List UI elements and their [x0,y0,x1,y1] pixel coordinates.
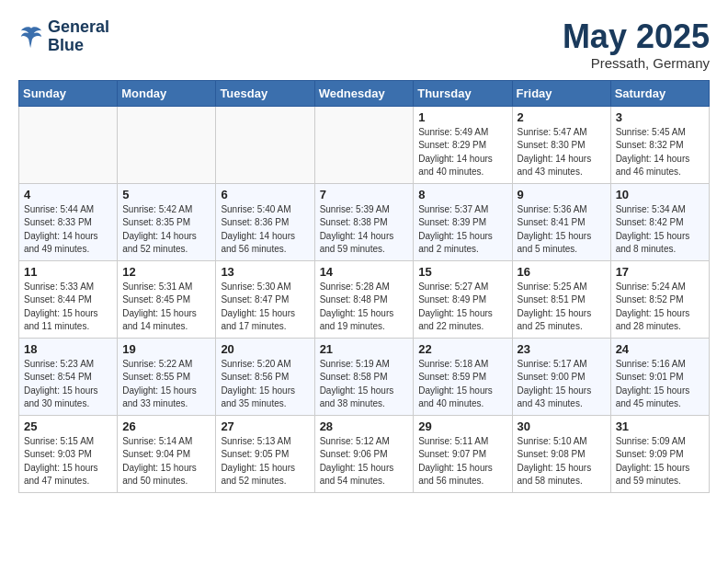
calendar-cell: 22Sunrise: 5:18 AM Sunset: 8:59 PM Dayli… [414,338,512,415]
calendar-cell: 31Sunrise: 5:09 AM Sunset: 9:09 PM Dayli… [610,415,709,492]
day-number: 31 [616,419,704,433]
day-number: 19 [122,342,210,356]
day-info: Sunrise: 5:28 AM Sunset: 8:48 PM Dayligh… [320,281,409,334]
day-info: Sunrise: 5:19 AM Sunset: 8:58 PM Dayligh… [320,358,409,411]
calendar-cell: 3Sunrise: 5:45 AM Sunset: 8:32 PM Daylig… [610,106,709,183]
day-number: 25 [24,419,112,433]
day-info: Sunrise: 5:18 AM Sunset: 8:59 PM Dayligh… [418,358,506,411]
weekday-header-monday: Monday [118,80,216,106]
calendar-cell: 8Sunrise: 5:37 AM Sunset: 8:39 PM Daylig… [414,183,512,260]
day-info: Sunrise: 5:22 AM Sunset: 8:55 PM Dayligh… [122,358,210,411]
day-info: Sunrise: 5:16 AM Sunset: 9:01 PM Dayligh… [616,358,704,411]
day-info: Sunrise: 5:11 AM Sunset: 9:07 PM Dayligh… [418,435,506,488]
day-number: 6 [221,188,309,201]
day-info: Sunrise: 5:25 AM Sunset: 8:51 PM Dayligh… [518,281,606,334]
calendar-cell: 23Sunrise: 5:17 AM Sunset: 9:00 PM Dayli… [512,338,610,415]
calendar-cell [314,106,414,183]
day-number: 21 [320,342,409,356]
day-number: 7 [320,188,409,201]
day-number: 28 [320,419,409,433]
day-info: Sunrise: 5:14 AM Sunset: 9:04 PM Dayligh… [122,435,210,488]
calendar-cell: 13Sunrise: 5:30 AM Sunset: 8:47 PM Dayli… [216,260,314,338]
day-number: 5 [122,188,210,201]
calendar-cell: 15Sunrise: 5:27 AM Sunset: 8:49 PM Dayli… [414,260,512,338]
calendar-week-row: 4Sunrise: 5:44 AM Sunset: 8:33 PM Daylig… [19,183,710,260]
month-title: May 2025 [563,18,710,55]
calendar-cell: 5Sunrise: 5:42 AM Sunset: 8:35 PM Daylig… [118,183,216,260]
day-info: Sunrise: 5:39 AM Sunset: 8:38 PM Dayligh… [320,203,409,257]
day-number: 1 [418,110,506,124]
calendar-cell: 20Sunrise: 5:20 AM Sunset: 8:56 PM Dayli… [216,338,314,415]
day-info: Sunrise: 5:36 AM Sunset: 8:41 PM Dayligh… [518,203,606,257]
day-number: 27 [221,419,309,433]
calendar-cell: 25Sunrise: 5:15 AM Sunset: 9:03 PM Dayli… [19,415,118,492]
day-info: Sunrise: 5:27 AM Sunset: 8:49 PM Dayligh… [418,281,506,334]
calendar-header-row: SundayMondayTuesdayWednesdayThursdayFrid… [19,80,710,106]
calendar-cell [19,106,118,183]
calendar-cell: 21Sunrise: 5:19 AM Sunset: 8:58 PM Dayli… [314,338,414,415]
weekday-header-sunday: Sunday [19,80,118,106]
day-info: Sunrise: 5:24 AM Sunset: 8:52 PM Dayligh… [616,281,704,334]
day-info: Sunrise: 5:12 AM Sunset: 9:06 PM Dayligh… [320,435,409,488]
weekday-header-wednesday: Wednesday [314,80,414,106]
weekday-header-saturday: Saturday [610,80,709,106]
title-block: May 2025 Pressath, Germany [563,18,710,71]
calendar-table: SundayMondayTuesdayWednesdayThursdayFrid… [18,80,710,493]
day-info: Sunrise: 5:44 AM Sunset: 8:33 PM Dayligh… [24,203,112,257]
calendar-cell: 27Sunrise: 5:13 AM Sunset: 9:05 PM Dayli… [216,415,314,492]
calendar-cell: 29Sunrise: 5:11 AM Sunset: 9:07 PM Dayli… [414,415,512,492]
day-info: Sunrise: 5:17 AM Sunset: 9:00 PM Dayligh… [518,358,606,411]
day-number: 15 [418,265,506,279]
weekday-header-friday: Friday [512,80,610,106]
day-info: Sunrise: 5:34 AM Sunset: 8:42 PM Dayligh… [616,203,704,257]
day-info: Sunrise: 5:30 AM Sunset: 8:47 PM Dayligh… [221,281,309,334]
day-number: 30 [518,419,606,433]
day-info: Sunrise: 5:37 AM Sunset: 8:39 PM Dayligh… [418,203,506,257]
calendar-cell [216,106,314,183]
day-info: Sunrise: 5:09 AM Sunset: 9:09 PM Dayligh… [616,435,704,488]
calendar-cell: 4Sunrise: 5:44 AM Sunset: 8:33 PM Daylig… [19,183,118,260]
weekday-header-thursday: Thursday [414,80,512,106]
calendar-cell: 12Sunrise: 5:31 AM Sunset: 8:45 PM Dayli… [118,260,216,338]
day-number: 17 [616,265,704,279]
day-number: 20 [221,342,309,356]
page-header: General Blue May 2025 Pressath, Germany [18,18,710,71]
logo-text: General Blue [48,18,109,55]
day-info: Sunrise: 5:47 AM Sunset: 8:30 PM Dayligh… [518,126,606,179]
day-info: Sunrise: 5:49 AM Sunset: 8:29 PM Dayligh… [418,126,506,179]
calendar-cell: 14Sunrise: 5:28 AM Sunset: 8:48 PM Dayli… [314,260,414,338]
weekday-header-tuesday: Tuesday [216,80,314,106]
location-subtitle: Pressath, Germany [563,55,710,71]
day-number: 2 [518,110,606,124]
calendar-cell: 17Sunrise: 5:24 AM Sunset: 8:52 PM Dayli… [610,260,709,338]
day-number: 12 [122,265,210,279]
calendar-cell: 16Sunrise: 5:25 AM Sunset: 8:51 PM Dayli… [512,260,610,338]
day-number: 8 [418,188,506,201]
day-info: Sunrise: 5:20 AM Sunset: 8:56 PM Dayligh… [221,358,309,411]
day-info: Sunrise: 5:33 AM Sunset: 8:44 PM Dayligh… [24,281,112,334]
calendar-week-row: 1Sunrise: 5:49 AM Sunset: 8:29 PM Daylig… [19,106,710,183]
calendar-cell: 7Sunrise: 5:39 AM Sunset: 8:38 PM Daylig… [314,183,414,260]
day-info: Sunrise: 5:10 AM Sunset: 9:08 PM Dayligh… [518,435,606,488]
logo: General Blue [18,18,109,55]
calendar-cell: 10Sunrise: 5:34 AM Sunset: 8:42 PM Dayli… [610,183,709,260]
day-number: 13 [221,265,309,279]
calendar-cell: 26Sunrise: 5:14 AM Sunset: 9:04 PM Dayli… [118,415,216,492]
calendar-cell: 24Sunrise: 5:16 AM Sunset: 9:01 PM Dayli… [610,338,709,415]
calendar-cell: 19Sunrise: 5:22 AM Sunset: 8:55 PM Dayli… [118,338,216,415]
calendar-cell: 11Sunrise: 5:33 AM Sunset: 8:44 PM Dayli… [19,260,118,338]
calendar-cell: 30Sunrise: 5:10 AM Sunset: 9:08 PM Dayli… [512,415,610,492]
day-number: 3 [616,110,704,124]
day-number: 18 [24,342,112,356]
calendar-cell: 1Sunrise: 5:49 AM Sunset: 8:29 PM Daylig… [414,106,512,183]
logo-icon [18,24,44,50]
calendar-cell: 9Sunrise: 5:36 AM Sunset: 8:41 PM Daylig… [512,183,610,260]
day-info: Sunrise: 5:31 AM Sunset: 8:45 PM Dayligh… [122,281,210,334]
calendar-cell: 2Sunrise: 5:47 AM Sunset: 8:30 PM Daylig… [512,106,610,183]
day-info: Sunrise: 5:13 AM Sunset: 9:05 PM Dayligh… [221,435,309,488]
day-number: 16 [518,265,606,279]
calendar-cell: 28Sunrise: 5:12 AM Sunset: 9:06 PM Dayli… [314,415,414,492]
day-info: Sunrise: 5:23 AM Sunset: 8:54 PM Dayligh… [24,358,112,411]
calendar-cell: 6Sunrise: 5:40 AM Sunset: 8:36 PM Daylig… [216,183,314,260]
calendar-cell [118,106,216,183]
